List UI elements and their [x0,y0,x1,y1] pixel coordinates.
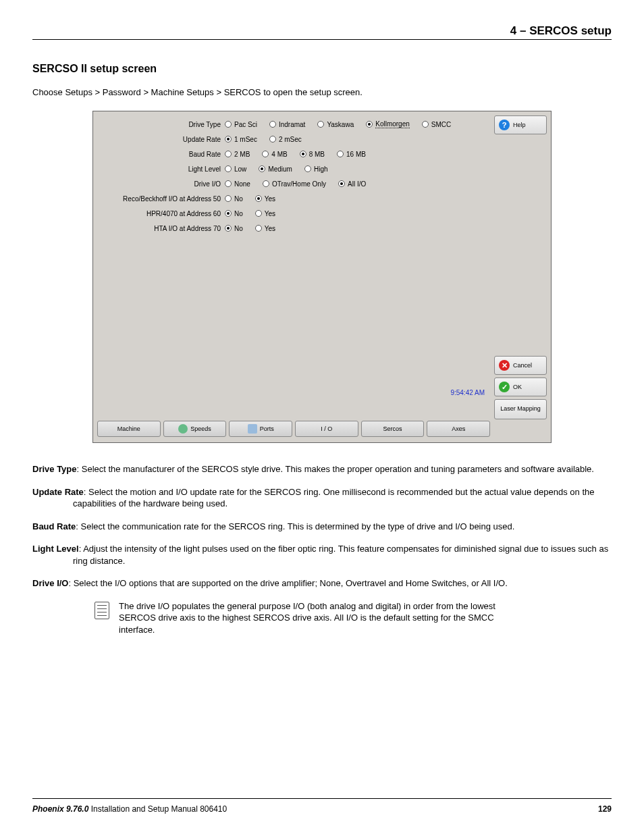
ports-icon [248,424,257,434]
footer-left: Phoenix 9.76.0 Installation and Setup Ma… [32,804,227,814]
definition-text: : Select the motion and I/O update rate … [73,487,594,509]
radio-icon [338,180,345,187]
radio-option[interactable]: 2 MB [225,151,250,158]
radio-label: 8 MB [309,151,325,158]
radio-option[interactable]: Medium [259,165,292,173]
ok-button[interactable]: ✓ OK [494,377,547,396]
tab-label: I / O [321,425,332,432]
cancel-button[interactable]: ✕ Cancel [494,356,547,375]
radio-icon [259,165,265,172]
chapter-title: 4 – SERCOS setup [510,24,612,37]
tab-machine[interactable]: Machine [97,421,161,437]
radio-icon [269,136,276,142]
radio-label: None [234,180,250,188]
radio-label: High [314,165,328,173]
radio-label: All I/O [348,180,366,188]
definition-term: Drive I/O [32,578,68,588]
radio-icon [225,151,232,157]
radio-label: OTrav/Home Only [272,180,326,188]
radio-option[interactable]: Yes [255,195,275,203]
radio-label: Yaskawa [327,121,354,128]
radio-icon [422,121,429,128]
ok-label: OK [513,384,522,390]
radio-option[interactable]: 4 MB [262,151,287,158]
help-button[interactable]: ? Help [494,115,547,134]
radio-icon [304,165,311,172]
radio-label: Yes [265,195,275,203]
radio-icon [262,151,269,157]
definition-term: Baud Rate [32,521,76,531]
radio-option[interactable]: No [225,210,243,217]
definition-text: : Adjust the intensity of the light puls… [73,544,608,566]
radio-option[interactable]: Yes [255,210,275,217]
radio-label: 2 MB [234,151,250,158]
radio-icon [255,210,262,217]
definition-text: : Select the manufacturer of the SERCOS … [77,464,594,474]
section-intro: Choose Setups > Password > Machine Setup… [32,87,612,97]
footer-product: Phoenix 9.76.0 [32,804,88,814]
radio-label: No [234,210,243,217]
radio-label: Yes [265,210,275,217]
radio-option[interactable]: 1 mSec [225,136,257,143]
radio-label: Yes [265,225,275,232]
radio-option[interactable]: None [225,180,250,188]
definition-text: : Select the I/O options that are suppor… [68,578,507,588]
tab-speeds[interactable]: Speeds [163,421,227,437]
radio-icon [337,151,344,157]
radio-option[interactable]: Yaskawa [317,121,354,128]
radio-icon [225,180,232,187]
definition: Drive Type: Select the manufacturer of t… [32,463,612,475]
note-block: The drive I/O populates the general purp… [95,600,513,636]
radio-icon [255,225,262,232]
radio-option[interactable]: Yes [255,225,275,232]
radio-option[interactable]: SMCC [422,121,451,128]
cancel-icon: ✕ [499,360,510,371]
tab-io[interactable]: I / O [295,421,358,437]
gauge-icon [178,424,188,434]
note-text: The drive I/O populates the general purp… [119,600,513,636]
setting-label: Drive Type [100,121,225,128]
setting-label: HPR/4070 at Address 60 [100,210,225,217]
help-icon: ? [499,120,510,130]
definition: Light Level: Adjust the intensity of the… [32,543,612,567]
definition-term: Light Level [32,544,79,554]
note-icon [95,602,109,619]
definition: Drive I/O: Select the I/O options that a… [32,577,612,590]
radio-label: 16 MB [346,151,366,158]
radio-icon [225,195,232,202]
radio-option[interactable]: 16 MB [337,151,366,158]
radio-option[interactable]: Pac Sci [225,121,257,128]
tab-axes[interactable]: Axes [427,421,490,437]
radio-option[interactable]: Kollmorgen [366,120,410,128]
radio-label: 4 MB [271,151,287,158]
radio-icon [225,165,232,172]
tab-label: Machine [117,425,140,432]
radio-option[interactable]: Indramat [269,121,305,128]
setting-label: Baud Rate [100,151,225,158]
radio-label: Medium [268,165,292,173]
radio-option[interactable]: 8 MB [300,151,325,158]
radio-label: No [234,225,243,232]
radio-label: Kollmorgen [375,120,410,128]
side-buttons: ? Help ✕ Cancel ✓ OK Laser Mapping [494,115,547,419]
laser-mapping-label: Laser Mapping [500,406,541,413]
radio-label: 2 mSec [279,136,302,143]
laser-mapping-button[interactable]: Laser Mapping [494,399,547,419]
radio-icon [225,121,232,128]
radio-icon [255,195,262,202]
radio-label: 1 mSec [234,136,257,143]
radio-option[interactable]: 2 mSec [269,136,302,143]
setting-label: Reco/Beckhoff I/O at Address 50 [100,195,225,203]
tab-ports[interactable]: Ports [229,421,292,437]
definition-term: Drive Type [32,464,77,474]
radio-option[interactable]: All I/O [338,180,366,188]
definition: Update Rate: Select the motion and I/O u… [32,486,612,510]
radio-option[interactable]: Low [225,165,246,173]
radio-option[interactable]: High [304,165,328,173]
radio-option[interactable]: No [225,195,243,203]
radio-option[interactable]: OTrav/Home Only [263,180,326,188]
radio-label: SMCC [431,121,451,128]
radio-option[interactable]: No [225,225,243,232]
clock: 9:54:42 AM [450,389,485,396]
tab-sercos[interactable]: Sercos [361,421,425,437]
